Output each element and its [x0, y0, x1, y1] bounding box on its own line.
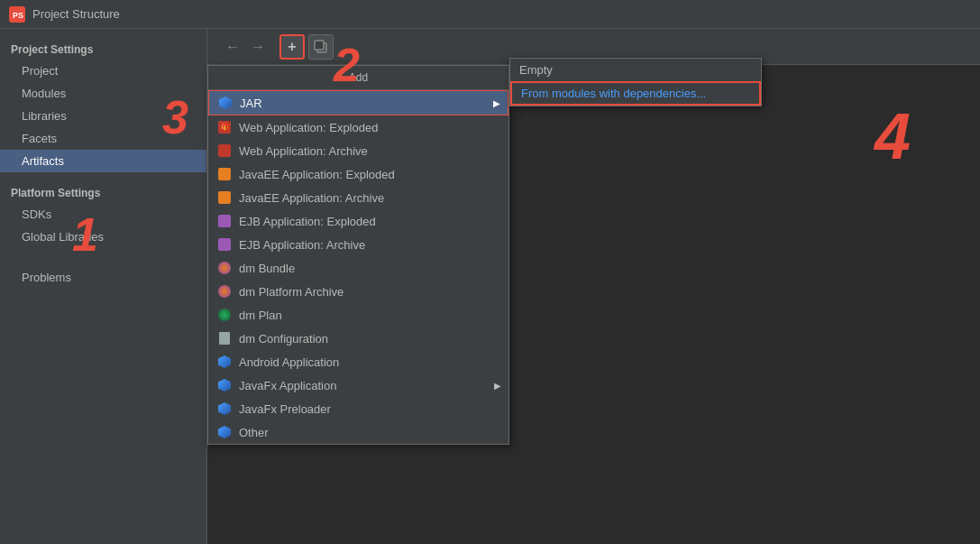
menu-item-dm-bundle[interactable]: dm Bundle: [208, 256, 508, 280]
dm-plan-icon: [217, 308, 232, 322]
sidebar-item-project[interactable]: Project: [0, 60, 206, 82]
menu-item-dm-configuration[interactable]: dm Configuration: [208, 327, 508, 350]
menu-item-android[interactable]: Android Application: [208, 350, 508, 373]
add-dropdown-menu: Add JAR ▶ 🎁 Web Application: Exploded: [207, 65, 509, 445]
menu-item-web-exploded[interactable]: 🎁 Web Application: Exploded: [208, 115, 508, 139]
javafx-preloader-icon: [217, 401, 232, 416]
sidebar-item-sdks[interactable]: SDKs: [0, 203, 206, 226]
nav-arrows: ← →: [215, 37, 276, 57]
svg-rect-3: [315, 41, 324, 50]
jar-icon: [218, 96, 233, 110]
javaee-archive-icon: [217, 190, 232, 205]
submenu-item-empty[interactable]: Empty: [510, 59, 761, 81]
jar-arrow-icon: ▶: [493, 98, 500, 108]
main-container: Project Settings Project Modules Librari…: [0, 29, 980, 544]
javafx-arrow-icon: ▶: [494, 381, 501, 391]
forward-arrow[interactable]: →: [247, 37, 269, 57]
window-title: Project Structure: [32, 7, 120, 21]
submenu-item-from-modules[interactable]: From modules with dependencies...: [510, 81, 761, 106]
menu-item-dm-plan[interactable]: dm Plan: [208, 303, 508, 327]
menu-item-javaee-exploded[interactable]: JavaEE Application: Exploded: [208, 162, 508, 186]
menu-item-other[interactable]: Other: [208, 420, 508, 444]
dm-config-icon: [217, 331, 232, 346]
dm-platform-icon: [217, 284, 232, 299]
add-button[interactable]: +: [279, 34, 305, 60]
javaee-exploded-icon: [217, 167, 232, 181]
copy-icon: [314, 40, 328, 54]
jar-submenu: Empty From modules with dependencies...: [509, 58, 762, 106]
project-settings-title: Project Settings: [0, 36, 206, 60]
other-section: Problems: [0, 266, 206, 289]
dropdown-header: Add: [208, 66, 508, 90]
other-icon: [217, 425, 232, 439]
sidebar-item-modules[interactable]: Modules: [0, 82, 206, 105]
android-icon: [217, 355, 232, 369]
sidebar-item-problems[interactable]: Problems: [0, 266, 206, 289]
ejb-archive-icon: [217, 237, 232, 252]
sidebar-item-global-libraries[interactable]: Global Libraries: [0, 226, 206, 248]
menu-item-ejb-archive[interactable]: EJB Application: Archive: [208, 233, 508, 256]
web-exploded-icon: 🎁: [217, 120, 232, 134]
sidebar-item-facets[interactable]: Facets: [0, 127, 206, 150]
menu-item-ejb-exploded[interactable]: EJB Application: Exploded: [208, 209, 508, 233]
javafx-icon: [217, 378, 232, 392]
menu-item-javafx[interactable]: JavaFx Application ▶: [208, 373, 508, 397]
sidebar-item-artifacts[interactable]: Artifacts: [0, 150, 206, 172]
title-bar: PS Project Structure: [0, 0, 980, 29]
menu-item-dm-platform[interactable]: dm Platform Archive: [208, 280, 508, 303]
dm-bundle-icon: [217, 261, 232, 275]
menu-item-web-archive[interactable]: Web Application: Archive: [208, 139, 508, 162]
ejb-exploded-icon: [217, 214, 232, 228]
menu-item-javaee-archive[interactable]: JavaEE Application: Archive: [208, 186, 508, 209]
web-archive-icon: [217, 143, 232, 158]
menu-item-javafx-preloader[interactable]: JavaFx Preloader: [208, 397, 508, 420]
copy-button[interactable]: [308, 34, 334, 60]
app-icon: PS: [9, 6, 25, 23]
content-area: ← → + Add JAR ▶: [207, 29, 980, 544]
platform-settings-title: Platform Settings: [0, 180, 206, 203]
sidebar: Project Settings Project Modules Librari…: [0, 29, 207, 544]
sidebar-item-libraries[interactable]: Libraries: [0, 105, 206, 127]
back-arrow[interactable]: ←: [222, 37, 243, 57]
menu-item-jar[interactable]: JAR ▶: [208, 90, 508, 115]
svg-text:PS: PS: [13, 11, 23, 20]
